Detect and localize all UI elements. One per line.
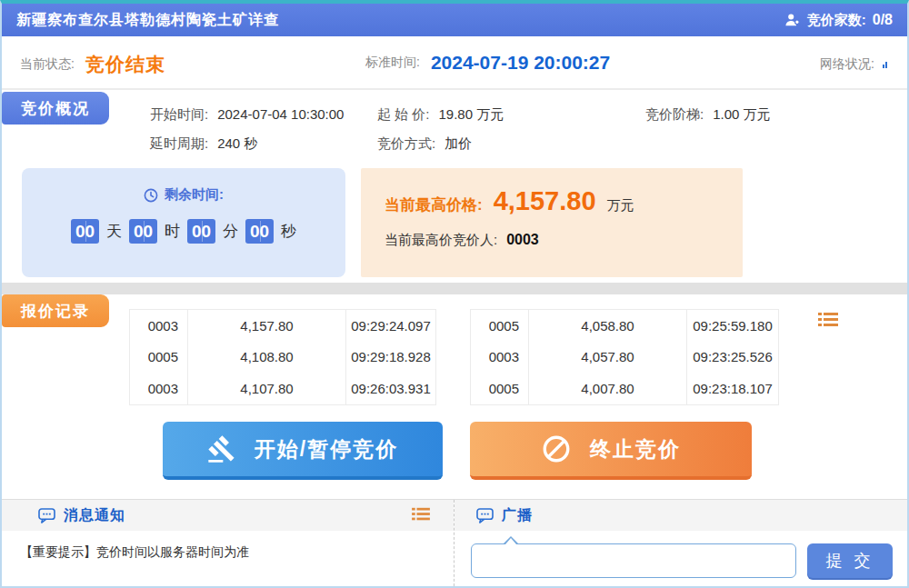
unit-days: 天 [106,221,122,242]
list-icon [412,506,430,523]
notice-title: 消息通知 [64,506,125,525]
unit-seconds: 秒 [281,221,296,242]
field-value: 2024-07-04 10:30:00 [217,106,344,124]
clock-icon [144,188,158,203]
field-label: 开始时间: [150,106,208,124]
field-increment: 竞价阶梯: 1.00 万元 [645,106,771,124]
field-bid-mode: 竞价方式: 加价 [377,135,472,153]
table-row: 0005 4,007.80 09:23:18.107 [471,373,778,404]
gavel-icon [207,434,236,463]
table-row: 0003 4,057.80 09:23:25.526 [471,342,778,374]
bidders-label: 竞价家数: [807,12,866,29]
records-section: 报价记录 0003 4,157.80 09:29:24.097 0005 4,1… [2,294,907,499]
notice-list-icon[interactable] [412,506,430,525]
auction-page: 新疆察布查尔县塔勒德村陶瓷土矿详查 竞价家数: 0/8 当前状态: 竞价结束 标… [0,0,909,588]
network-status: 网络状况: [820,56,887,73]
table-row: 0003 4,107.80 09:26:03.931 [130,373,435,404]
time-cell: 09:29:24.097 [346,310,435,342]
state-value: 竞价结束 [85,52,165,77]
highest-price-label: 当前最高价格: [385,194,483,215]
time-label: 标准时间: [365,55,420,71]
highest-bidder-label: 当前最高价竞价人: [385,232,497,249]
tab-bid-records: 报价记录 [2,294,109,327]
bidders-value: 0/8 [873,12,893,28]
state-label: 当前状态: [20,56,75,73]
price-cell: 4,108.80 [188,342,346,374]
table-row: 0003 4,157.80 09:29:24.097 [130,310,435,342]
price-cell: 4,057.80 [529,342,687,374]
time-value: 2024-07-19 20:00:27 [431,52,610,74]
field-label: 竞价阶梯: [645,106,704,124]
time-cell: 09:26:03.931 [346,373,435,404]
bidder-cell: 0005 [130,342,188,374]
notice-header: 消息通知 [2,500,454,531]
bidder-cell: 0003 [130,373,188,404]
notice-message: 【重要提示】竞价时间以服务器时间为准 [2,531,454,561]
message-bubble-icon [476,508,494,523]
bid-table-right: 0005 4,058.80 09:25:59.180 0003 4,057.80… [470,309,779,405]
time-cell: 09:29:18.928 [346,342,435,374]
highest-price-value: 4,157.80 [494,186,596,216]
countdown-seconds: 00 [245,219,274,244]
field-label: 竞价方式: [377,135,435,153]
highest-price-unit: 万元 [607,197,634,214]
current-state: 当前状态: 竞价结束 [20,52,165,77]
broadcast-input-row: 提 交 [454,531,907,578]
start-pause-button[interactable]: 开始/暂停竞价 [163,422,443,480]
field-start-time: 开始时间: 2024-07-04 10:30:00 [150,106,344,124]
terminate-button[interactable]: 终止竞价 [470,422,752,480]
countdown-minutes: 00 [187,219,215,244]
table-row: 0005 4,108.80 09:29:18.928 [130,342,435,374]
price-cell: 4,157.80 [188,310,346,342]
message-bubble-icon [38,508,55,523]
network-label: 网络状况: [820,56,874,73]
price-cell: 4,007.80 [529,373,687,404]
title-bar: 新疆察布查尔县塔勒德村陶瓷土矿详查 竞价家数: 0/8 [2,4,907,36]
section-divider [2,283,907,294]
bottom-section: 消息通知 【重要提示】竞价时间以服务器时间为准 广播 [2,499,907,586]
highest-price-panel: 当前最高价格: 4,157.80 万元 当前最高价竞价人: 0003 [361,168,743,277]
tab-overview: 竞价概况 [2,92,109,125]
field-value: 加价 [445,135,472,153]
bidder-cell: 0003 [471,342,529,374]
highest-bidder-row: 当前最高价竞价人: 0003 [385,232,743,249]
countdown-label-row: 剩余时间: [22,186,345,204]
countdown-hours: 00 [129,219,157,244]
countdown-days: 00 [71,219,99,244]
prohibit-icon [541,434,572,464]
terminate-label: 终止竞价 [590,435,681,463]
users-icon [784,13,801,27]
broadcast-input[interactable] [471,543,796,578]
bidders-count: 竞价家数: 0/8 [784,12,907,29]
unit-hours: 时 [165,221,180,242]
broadcast-panel: 广播 提 交 [454,500,907,586]
countdown-label: 剩余时间: [165,186,224,204]
notice-panel: 消息通知 【重要提示】竞价时间以服务器时间为准 [2,500,454,586]
page-title: 新疆察布查尔县塔勒德村陶瓷土矿详查 [2,11,279,30]
highest-bidder-value: 0003 [506,232,539,248]
field-delay-period: 延时周期: 240 秒 [150,135,257,153]
overview-section: 竞价概况 开始时间: 2024-07-04 10:30:00 起 始 价: 19… [2,92,907,283]
field-start-price: 起 始 价: 19.80 万元 [377,106,504,124]
price-cell: 4,058.80 [529,310,687,342]
time-cell: 09:23:18.107 [687,373,778,404]
broadcast-input-wrap [471,543,796,578]
field-label: 起 始 价: [377,106,430,124]
status-bar: 当前状态: 竞价结束 标准时间: 2024-07-19 20:00:27 网络状… [2,36,907,90]
price-cell: 4,107.80 [188,373,346,404]
signal-icon [883,62,887,68]
highest-price-row: 当前最高价格: 4,157.80 万元 [385,186,743,216]
field-value: 1.00 万元 [713,106,770,124]
bid-table-left: 0003 4,157.80 09:29:24.097 0005 4,108.80… [129,309,436,405]
bidder-cell: 0005 [471,310,529,342]
time-cell: 09:25:59.180 [687,310,778,342]
time-cell: 09:23:25.526 [687,342,778,374]
broadcast-header: 广播 [454,500,907,531]
records-list-icon[interactable] [818,311,838,332]
start-pause-label: 开始/暂停竞价 [255,435,398,463]
broadcast-title: 广播 [502,506,533,525]
submit-button[interactable]: 提 交 [807,543,893,578]
field-value: 19.80 万元 [439,106,504,124]
countdown-panel: 剩余时间: 00 天 00 时 00 分 00 秒 [22,168,345,277]
field-value: 240 秒 [217,135,257,153]
